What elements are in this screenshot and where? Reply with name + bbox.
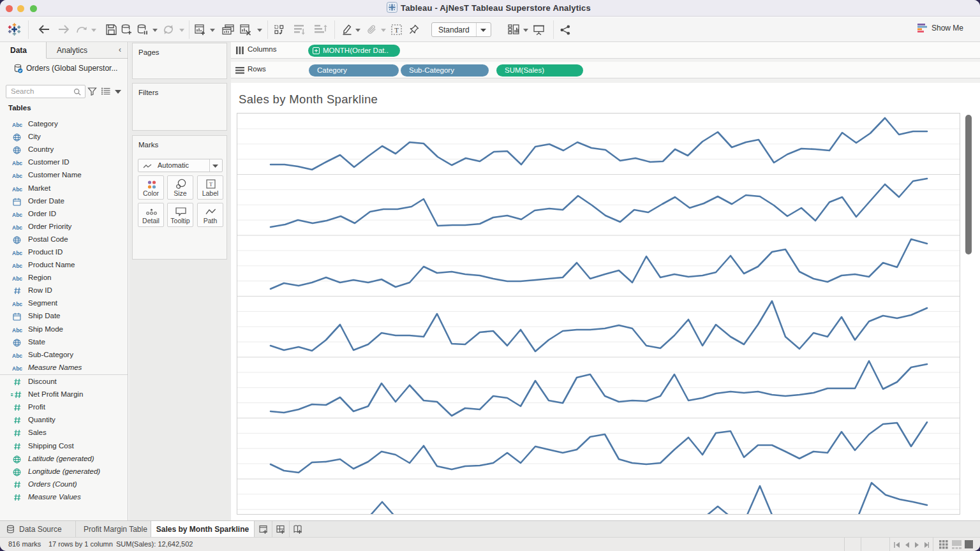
svg-text:T: T: [394, 26, 399, 34]
svg-text:T: T: [209, 181, 213, 187]
